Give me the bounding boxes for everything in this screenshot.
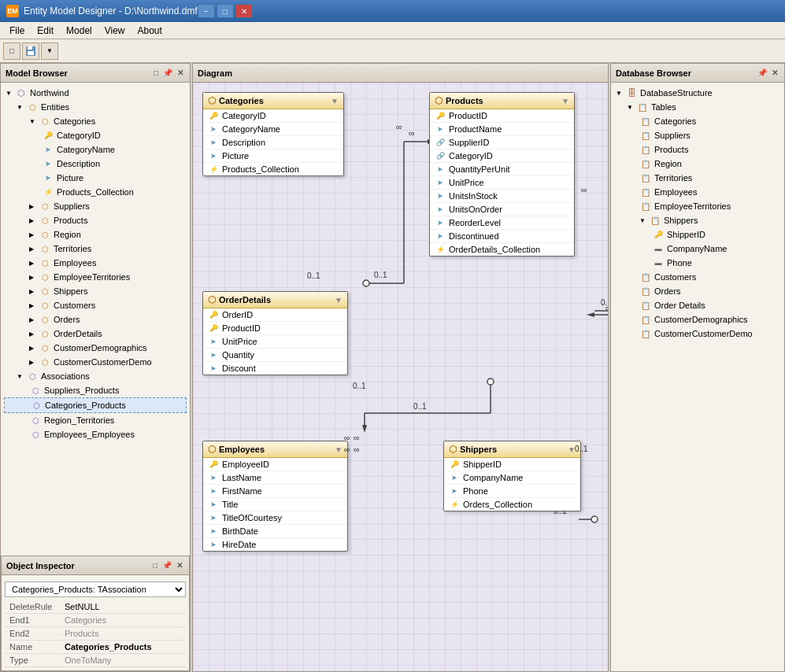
entity-employees[interactable]: ⬡ Employees ▼ 🔑 EmployeeID ➤ LastName ➤ xyxy=(202,441,348,552)
tree-customers[interactable]: ▶ ⬡ Customers xyxy=(4,298,187,312)
dbship-toggle[interactable]: ▼ xyxy=(639,217,647,224)
tree-description[interactable]: ➤ Description xyxy=(4,157,187,171)
entity-shippers-header[interactable]: ⬡ Shippers ▼ xyxy=(444,441,580,458)
categories-toggle[interactable]: ▼ xyxy=(29,118,37,125)
oi-value-end2[interactable]: Products xyxy=(60,627,186,641)
custcustdemo-toggle[interactable]: ▶ xyxy=(29,359,37,366)
tree-suppliers-products[interactable]: ⬡ Suppliers_Products xyxy=(4,383,187,397)
model-browser-pin[interactable]: 📌 xyxy=(161,68,174,77)
tree-categoryname[interactable]: ➤ CategoryName xyxy=(4,142,187,157)
tree-customerdemographics[interactable]: ▶ ⬡ CustomerDemographics xyxy=(4,341,187,355)
tree-db-phone[interactable]: ▬ Phone xyxy=(614,256,781,270)
save-button[interactable] xyxy=(22,42,39,60)
menu-file[interactable]: File xyxy=(3,24,31,38)
tree-db-tables[interactable]: ▼ 📋 Tables xyxy=(614,100,781,114)
model-browser-close[interactable]: ✕ xyxy=(176,68,185,77)
tree-shippers[interactable]: ▶ ⬡ Shippers xyxy=(4,284,187,298)
tree-products[interactable]: ▶ ⬡ Products xyxy=(4,213,187,227)
tree-dbstructure[interactable]: ▼ 🗄 DatabaseStructure xyxy=(614,86,781,100)
ship-expand-btn[interactable]: ▼ xyxy=(568,445,576,454)
entity-categories-header[interactable]: ⬡ Categories ▼ xyxy=(203,93,343,109)
tree-db-shipperid[interactable]: 🔑 ShipperID xyxy=(614,227,781,242)
orderdetails-toggle[interactable]: ▶ xyxy=(29,330,37,338)
db-browser-close[interactable]: ✕ xyxy=(770,68,779,77)
model-browser-restore[interactable]: □ xyxy=(152,68,160,77)
oi-value-deleterule[interactable]: SetNULL xyxy=(60,600,186,614)
entity-shippers[interactable]: ⬡ Shippers ▼ 🔑 ShipperID ➤ CompanyName ➤ xyxy=(443,441,581,511)
shippers-toggle[interactable]: ▶ xyxy=(29,288,37,295)
tree-employees-employees[interactable]: ⬡ Employees_Employees xyxy=(4,427,187,441)
tree-orderdetails-browser[interactable]: ▶ ⬡ OrderDetails xyxy=(4,327,187,341)
oi-value-type[interactable]: OneToMany xyxy=(60,654,186,667)
custdemo-toggle[interactable]: ▶ xyxy=(29,345,37,352)
tree-customercustomerdemo[interactable]: ▶ ⬡ CustomerCustomerDemo xyxy=(4,355,187,369)
tree-products-collection[interactable]: ⚡ Products_Collection xyxy=(4,185,187,199)
tree-db-customercustomerdemo[interactable]: 📋 CustomerCustomerDemo xyxy=(614,327,781,341)
entity-categories[interactable]: ⬡ Categories ▼ 🔑 CategoryID ➤ CategoryNa… xyxy=(202,92,344,176)
tree-db-categories[interactable]: 📋 Categories xyxy=(614,114,781,128)
employees-toggle[interactable]: ▶ xyxy=(29,260,37,267)
empterr-toggle[interactable]: ▶ xyxy=(29,274,37,281)
new-button[interactable]: □ xyxy=(3,42,20,60)
tree-db-suppliers[interactable]: 📋 Suppliers xyxy=(614,128,781,142)
northwind-toggle[interactable]: ▼ xyxy=(6,90,13,97)
tree-db-products[interactable]: 📋 Products xyxy=(614,142,781,157)
customers-toggle[interactable]: ▶ xyxy=(29,302,37,309)
menu-about[interactable]: About xyxy=(131,24,168,38)
tree-entities[interactable]: ▼ ⬡ Entities xyxy=(4,100,187,114)
tree-suppliers[interactable]: ▶ ⬡ Suppliers xyxy=(4,199,187,213)
products-toggle[interactable]: ▶ xyxy=(29,217,37,224)
close-button[interactable]: ✕ xyxy=(235,4,253,18)
entity-orderdetails-header[interactable]: ⬡ OrderDetails ▼ xyxy=(203,292,347,308)
entity-products[interactable]: ⬡ Products ▼ 🔑 ProductID ➤ ProductName 🔗 xyxy=(429,92,575,257)
products-expand-btn[interactable]: ▼ xyxy=(561,97,569,105)
tree-region[interactable]: ▶ ⬡ Region xyxy=(4,227,187,242)
menu-view[interactable]: View xyxy=(98,24,131,38)
emp-expand-btn[interactable]: ▼ xyxy=(335,445,343,454)
tree-territories[interactable]: ▶ ⬡ Territories xyxy=(4,242,187,256)
db-browser-pin[interactable]: 📌 xyxy=(756,68,768,77)
orders-toggle[interactable]: ▶ xyxy=(29,316,37,323)
dbtables-toggle[interactable]: ▼ xyxy=(627,104,635,111)
categories-expand-btn[interactable]: ▼ xyxy=(331,97,339,105)
tree-northwind[interactable]: ▼ ⬡ Northwind xyxy=(4,86,187,100)
entity-orderdetails[interactable]: ⬡ OrderDetails ▼ 🔑 OrderID 🔑 ProductID ➤ xyxy=(202,291,348,375)
menu-edit[interactable]: Edit xyxy=(31,24,60,38)
od-expand-btn[interactable]: ▼ xyxy=(335,296,343,305)
entity-employees-header[interactable]: ⬡ Employees ▼ xyxy=(203,441,347,458)
minimize-button[interactable]: − xyxy=(198,4,215,18)
dropdown-button[interactable]: ▼ xyxy=(41,42,58,60)
tree-orders[interactable]: ▶ ⬡ Orders xyxy=(4,312,187,327)
tree-categories[interactable]: ▼ ⬡ Categories xyxy=(4,114,187,128)
oi-restore[interactable]: □ xyxy=(151,561,159,570)
tree-categoryid[interactable]: 🔑 CategoryID xyxy=(4,128,187,142)
territories-toggle[interactable]: ▶ xyxy=(29,246,37,253)
tree-employees[interactable]: ▶ ⬡ Employees xyxy=(4,256,187,270)
tree-employeeterritories[interactable]: ▶ ⬡ EmployeeTerritories xyxy=(4,270,187,284)
suppliers-toggle[interactable]: ▶ xyxy=(29,203,37,210)
tree-db-employeeterritories[interactable]: 📋 EmployeeTerritories xyxy=(614,199,781,213)
tree-db-territories[interactable]: 📋 Territories xyxy=(614,171,781,185)
tree-categories-products[interactable]: ⬡ Categories_Products xyxy=(4,397,187,413)
tree-db-companyname[interactable]: ▬ CompanyName xyxy=(614,242,781,256)
entities-toggle[interactable]: ▼ xyxy=(17,104,24,111)
tree-db-shippers[interactable]: ▼ 📋 Shippers xyxy=(614,213,781,227)
diagram-canvas[interactable]: 0..1 ∞ 0..1 ∞ ∞ xyxy=(193,83,608,671)
tree-db-customerdemographics[interactable]: 📋 CustomerDemographics xyxy=(614,312,781,327)
entity-products-header[interactable]: ⬡ Products ▼ xyxy=(430,93,574,109)
oi-pin[interactable]: 📌 xyxy=(161,561,173,570)
oi-close[interactable]: ✕ xyxy=(175,561,184,570)
oi-value-end1[interactable]: Categories xyxy=(60,614,186,627)
tree-db-customers[interactable]: 📋 Customers xyxy=(614,270,781,284)
assoc-toggle[interactable]: ▼ xyxy=(17,373,24,380)
region-toggle[interactable]: ▶ xyxy=(29,231,37,238)
tree-db-employees[interactable]: 📋 Employees xyxy=(614,185,781,199)
menu-model[interactable]: Model xyxy=(60,24,98,38)
tree-picture[interactable]: ➤ Picture xyxy=(4,171,187,185)
dbstruct-toggle[interactable]: ▼ xyxy=(616,90,624,97)
tree-db-region[interactable]: 📋 Region xyxy=(614,157,781,171)
tree-region-territories[interactable]: ⬡ Region_Territories xyxy=(4,413,187,427)
tree-associations[interactable]: ▼ ⬡ Associations xyxy=(4,369,187,383)
oi-value-name[interactable]: Categories_Products xyxy=(60,641,186,654)
tree-db-orders[interactable]: 📋 Orders xyxy=(614,284,781,298)
